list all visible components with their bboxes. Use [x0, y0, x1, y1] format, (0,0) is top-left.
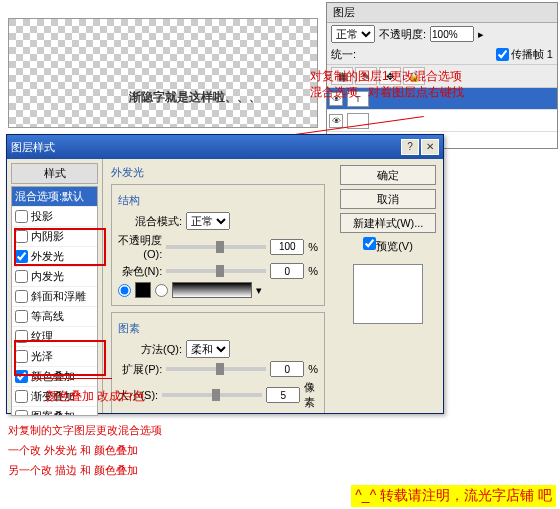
- color-swatch[interactable]: [135, 282, 151, 298]
- pct-label: %: [308, 363, 318, 375]
- layers-tab[interactable]: 图层: [327, 3, 557, 23]
- annotation-text: 对复制的图层1: [310, 68, 389, 85]
- spread-value[interactable]: [270, 361, 304, 377]
- px-label: 像素: [304, 380, 318, 410]
- blend-mode-select-dlg[interactable]: 正常: [186, 212, 230, 230]
- dropdown-icon[interactable]: ▾: [256, 284, 262, 297]
- style-row-inner-glow[interactable]: 内发光: [12, 267, 97, 287]
- group-elements: 图素: [118, 321, 318, 336]
- visibility-icon[interactable]: 👁: [329, 114, 343, 128]
- highlight-box: [14, 340, 106, 376]
- highlight-box: [14, 228, 106, 266]
- gradient-swatch[interactable]: [172, 282, 252, 298]
- style-row-contour[interactable]: 等高线: [12, 307, 97, 327]
- preview-checkbox[interactable]: 预览(V): [363, 237, 413, 254]
- annotation-text: 更改混合选项: [390, 68, 462, 85]
- noise-value[interactable]: [270, 263, 304, 279]
- canvas-sample-text: 渐隐字就是这样啦、、、: [129, 89, 261, 106]
- spread-label: 扩展(P):: [118, 362, 162, 377]
- style-row-blend-default[interactable]: 混合选项:默认: [12, 187, 97, 207]
- dialog-title: 图层样式: [11, 140, 55, 155]
- preview-swatch: [353, 264, 423, 324]
- section-title: 外发光: [111, 165, 325, 180]
- noise-slider[interactable]: [166, 269, 266, 273]
- cancel-button[interactable]: 取消: [340, 189, 436, 209]
- dropdown-icon[interactable]: ▸: [478, 28, 484, 41]
- size-slider[interactable]: [162, 393, 262, 397]
- help-icon[interactable]: ?: [401, 139, 419, 155]
- opacity-label-dlg: 不透明度(O):: [118, 233, 162, 260]
- size-value[interactable]: [266, 387, 300, 403]
- opacity-value[interactable]: [270, 239, 304, 255]
- group-structure: 结构: [118, 193, 318, 208]
- pct-label: %: [308, 241, 318, 253]
- styles-header: 样式: [11, 163, 98, 184]
- ok-button[interactable]: 确定: [340, 165, 436, 185]
- arrow-line: [32, 378, 112, 379]
- canvas-area: 渐隐字就是这样啦、、、: [8, 18, 318, 128]
- unify-label: 统一:: [331, 47, 356, 62]
- layer-item[interactable]: 👁: [327, 110, 557, 132]
- spread-slider[interactable]: [166, 367, 266, 371]
- style-list: 混合选项:默认 投影 内阴影 外发光 内发光 斜面和浮雕 等高线 纹理 光泽 颜…: [11, 186, 98, 416]
- new-style-button[interactable]: 新建样式(W)...: [340, 213, 436, 233]
- blend-mode-select[interactable]: 正常: [331, 25, 375, 43]
- noise-label: 杂色(N):: [118, 264, 162, 279]
- blend-mode-label: 混合模式:: [118, 214, 182, 229]
- bottom-notes: 对复制的文字图层更改混合选项 一个改 外发光 和 颜色叠加 另一个改 描边 和 …: [8, 420, 162, 480]
- credit-banner: ^_^ 转载请注明，流光字店铺 吧: [351, 485, 556, 507]
- gradient-radio[interactable]: [155, 284, 168, 297]
- dialog-titlebar[interactable]: 图层样式 ? ✕: [7, 135, 443, 159]
- annotation-text: 对着图层点右键找: [368, 84, 464, 101]
- opacity-field[interactable]: [430, 26, 474, 42]
- pct-label: %: [308, 265, 318, 277]
- opacity-slider[interactable]: [166, 245, 266, 249]
- style-row-pattern-overlay[interactable]: 图案叠加: [12, 407, 97, 416]
- method-label: 方法(Q):: [118, 342, 182, 357]
- propagate-checkbox[interactable]: 传播帧 1: [496, 47, 553, 62]
- method-select[interactable]: 柔和: [186, 340, 230, 358]
- style-row-bevel[interactable]: 斜面和浮雕: [12, 287, 97, 307]
- opacity-label: 不透明度:: [379, 27, 426, 42]
- color-radio[interactable]: [118, 284, 131, 297]
- close-icon[interactable]: ✕: [421, 139, 439, 155]
- annotation-text: 颜色叠加 改成白色: [46, 388, 145, 405]
- style-row-drop-shadow[interactable]: 投影: [12, 207, 97, 227]
- annotation-text: 混合选项: [310, 84, 358, 101]
